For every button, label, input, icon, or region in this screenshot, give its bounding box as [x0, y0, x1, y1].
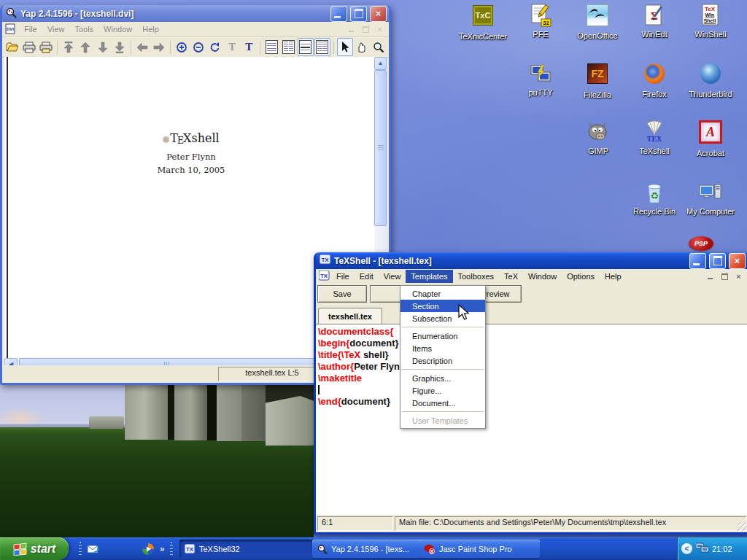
magnifier-tool[interactable] [371, 38, 387, 56]
templates-menu-item-subsection[interactable]: Subsection [400, 312, 485, 324]
desktop-icon-my-computer[interactable]: My Computer [684, 181, 737, 217]
menubar-item-window[interactable]: Window [98, 23, 137, 36]
yap-maximize-button[interactable] [350, 6, 367, 22]
desktop-icon-winshell[interactable]: TeX Win Shell WinShell [684, 4, 737, 40]
single-page-view-button[interactable] [263, 38, 279, 56]
menubar-item-edit[interactable]: Edit [355, 270, 379, 283]
paint-shop-pro-icon: PSP [689, 236, 713, 251]
menubar-item-window[interactable]: Window [523, 270, 562, 283]
desktop-icon-thunderbird[interactable]: Thunderbird [684, 62, 737, 100]
desktop-icon-texshell[interactable]: TEX TeXshell [628, 120, 681, 157]
source-specials-tool[interactable]: T [224, 38, 240, 56]
templates-menu-item-user-templates[interactable]: User Templates [400, 414, 485, 427]
mdi-close-button[interactable]: × [732, 271, 745, 281]
editor-line[interactable]: \author{Peter Flynn} [318, 361, 747, 373]
menubar-item-view[interactable]: View [42, 23, 70, 36]
mdi-restore-icon [360, 24, 372, 34]
texshell-maximize-button[interactable] [709, 253, 726, 269]
scrollbar-thumb[interactable] [374, 70, 387, 226]
texshell-editor-code[interactable]: \documentclass{\begin{document}\title{\T… [316, 324, 747, 516]
previous-page-button[interactable] [77, 38, 93, 56]
zoom-in-button[interactable] [174, 38, 190, 56]
continuous-facing-view-button[interactable] [314, 38, 330, 56]
desktop-icon-firefox[interactable]: Firefox [628, 62, 681, 100]
editor-line[interactable]: \begin{document} [318, 338, 747, 349]
yap-minimize-button[interactable] [330, 6, 347, 22]
menubar-item-help[interactable]: Help [137, 23, 164, 36]
hand-pan-tool[interactable] [354, 38, 370, 56]
thunderbird-icon[interactable] [123, 542, 136, 556]
menu-separator [402, 327, 484, 327]
templates-menu-item-items[interactable]: Items [400, 342, 485, 354]
templates-menu-item-section[interactable]: Section [400, 300, 485, 312]
texshell-minimize-button[interactable] [689, 253, 706, 269]
refresh-button[interactable] [207, 38, 223, 56]
desktop-icon-winedt[interactable]: Σ WinEdt [628, 4, 681, 40]
templates-menu-item-graphics[interactable]: Graphics... [400, 372, 485, 384]
templates-menu-item-chapter[interactable]: Chapter [400, 287, 485, 300]
collapse-chevron-icon[interactable]: < [681, 543, 692, 554]
select-arrow-tool[interactable] [337, 38, 353, 56]
network-icon[interactable] [696, 542, 708, 555]
taskbar-button-texshell[interactable]: TX TeXShell32 [179, 540, 318, 558]
scroll-up-icon[interactable]: ▲ [374, 57, 387, 70]
zoom-out-button[interactable] [190, 38, 206, 56]
continuous-view-button[interactable] [298, 38, 314, 56]
menubar-item-file[interactable]: File [331, 270, 355, 283]
firefox-icon[interactable] [105, 542, 118, 556]
editor-line[interactable]: \end{document} [318, 396, 747, 408]
open-file-button[interactable] [4, 38, 20, 56]
menubar-item-help[interactable]: Help [600, 270, 627, 283]
editor-line[interactable]: \maketitle [318, 373, 747, 384]
menubar-item-tools[interactable]: Tools [69, 23, 98, 36]
facing-pages-view-button[interactable] [280, 38, 296, 56]
menubar-item-file[interactable]: File [19, 23, 42, 36]
taskbar-button-paint-shop-pro[interactable]: 8 Jasc Paint Shop Pro [419, 540, 540, 558]
yap-close-button[interactable]: × [370, 6, 387, 22]
desktop-icon-texniccenter[interactable]: TxC TeXnicCenter [457, 4, 509, 42]
menubar-item-toolboxes[interactable]: Toolboxes [453, 270, 500, 283]
print-button[interactable] [21, 38, 37, 56]
desktop-icon-putty[interactable]: puTTY [514, 62, 567, 98]
desktop-icon-openoffice[interactable]: OpenOffice [571, 4, 624, 42]
templates-menu-item-figure[interactable]: Figure... [400, 384, 485, 397]
texshell-titlebar[interactable]: TX TeXShell - [texshell.tex] × [316, 252, 747, 269]
texshell-close-button[interactable]: × [729, 253, 746, 269]
next-page-button[interactable] [95, 38, 111, 56]
media-player-icon[interactable] [142, 542, 155, 556]
taskbar-button-yap[interactable]: Yap 2.4.1596 - [texs... [312, 540, 426, 558]
first-page-button[interactable] [61, 38, 77, 56]
templates-menu-item-enumeration[interactable]: Enumeration [400, 330, 485, 342]
yap-titlebar[interactable]: Yap 2.4.1596 - [texshell.dvi] × [2, 5, 389, 22]
winshell-icon: TeX Win Shell [699, 4, 722, 27]
templates-menu-item-document[interactable]: Document... [400, 397, 485, 409]
menubar-item-templates[interactable]: Templates [406, 270, 452, 283]
editor-line[interactable]: \documentclass{ [318, 326, 747, 338]
start-button[interactable]: start [0, 537, 69, 560]
text-tool[interactable]: T [241, 38, 257, 56]
mdi-minimize-button[interactable] [705, 271, 717, 281]
forward-button[interactable] [151, 38, 167, 56]
outlook-express-icon[interactable] [87, 542, 100, 556]
desktop-icon-paint-shop-pro[interactable]: PSP [689, 236, 715, 252]
mdi-restore-button[interactable] [719, 271, 731, 281]
menubar-item-tex[interactable]: TeX [499, 270, 523, 283]
save-button[interactable]: Save [317, 285, 367, 303]
resize-grip[interactable] [738, 522, 747, 532]
editor-tab-row: texshell.tex [316, 304, 747, 324]
tab-texshell-tex[interactable]: texshell.tex [318, 308, 382, 324]
print-page-button[interactable] [38, 38, 54, 56]
chevron-expand-icon[interactable]: » [160, 544, 165, 554]
editor-line[interactable] [318, 384, 747, 396]
desktop-icon-acrobat[interactable]: A Acrobat [684, 120, 737, 159]
back-button[interactable] [134, 38, 150, 56]
desktop-icon-gimp[interactable]: GIMP [572, 120, 624, 157]
menubar-item-view[interactable]: View [379, 270, 406, 283]
desktop-icon-pfe[interactable]: 32 PFE [514, 4, 567, 40]
desktop-icon-filezilla[interactable]: FZ FileZilla [571, 62, 624, 101]
menubar-item-options[interactable]: Options [562, 270, 600, 283]
templates-menu-item-description[interactable]: Description [400, 354, 485, 367]
last-page-button[interactable] [112, 38, 128, 56]
desktop-icon-recycle-bin[interactable]: ♻ Recycle Bin [628, 181, 681, 217]
editor-line[interactable]: \title{\TeX shell} [318, 349, 747, 361]
